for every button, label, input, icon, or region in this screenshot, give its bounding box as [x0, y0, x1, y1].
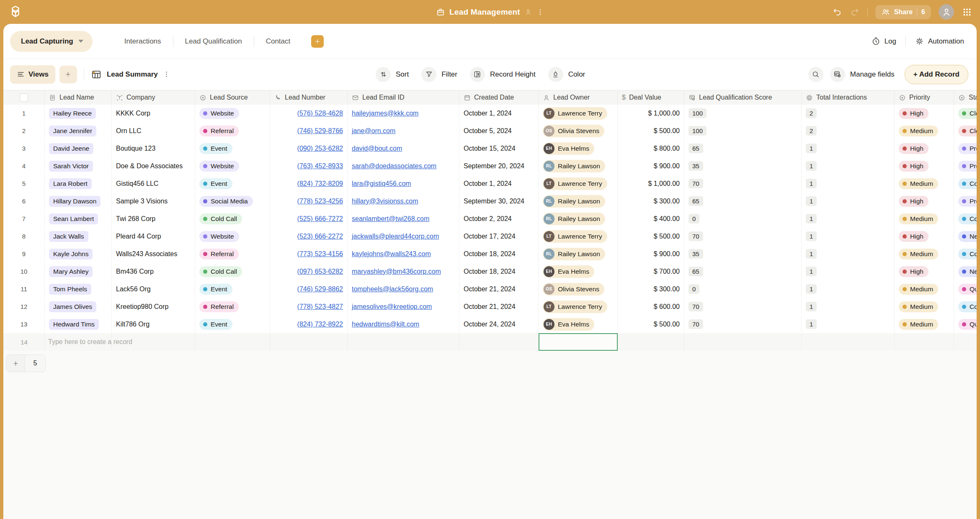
- cell-phone[interactable]: (746) 529-8862: [270, 280, 348, 298]
- cell-num[interactable]: 12: [3, 298, 45, 315]
- cell-priority[interactable]: Medium: [895, 122, 954, 139]
- record-height-button[interactable]: Record Height: [470, 67, 536, 82]
- email-link[interactable]: tompheels@lack56org.com: [352, 285, 433, 293]
- cell-source[interactable]: Cold Call: [195, 210, 270, 227]
- create-record-placeholder[interactable]: Type here to create a record: [48, 333, 132, 351]
- cell-company[interactable]: Gistiq456 LLC: [112, 175, 195, 192]
- cell-score[interactable]: 70: [684, 175, 802, 192]
- color-button[interactable]: Color: [548, 67, 585, 82]
- cell-source[interactable]: Social Media: [195, 193, 270, 210]
- cell-company[interactable]: Pleard 44 Corp: [112, 228, 195, 245]
- cell-email[interactable]: jackwalls@pleard44corp.com: [348, 228, 459, 245]
- email-link[interactable]: david@bout.com: [352, 145, 402, 152]
- cell-source[interactable]: Website: [195, 105, 270, 122]
- cell-status[interactable]: Co: [954, 210, 977, 227]
- cell-status[interactable]: Co: [954, 245, 977, 262]
- cell-deal[interactable]: $ 900.00: [618, 245, 684, 262]
- add-record-button[interactable]: + Add Record: [905, 65, 968, 84]
- cell-date[interactable]: October 1, 2024: [459, 105, 539, 122]
- cell-email[interactable]: tompheels@lack56org.com: [348, 280, 459, 298]
- cell-email[interactable]: sarah@doedassociates.com: [348, 157, 459, 175]
- column-header-name[interactable]: Lead Name: [45, 90, 112, 105]
- collaborator-icon[interactable]: [524, 8, 532, 16]
- cell-name[interactable]: Jane Jennifer: [45, 122, 112, 139]
- cell-email[interactable]: maryashley@bm436corp.com: [348, 263, 459, 280]
- cell-phone[interactable]: (523) 666-2272: [270, 228, 348, 245]
- phone-link[interactable]: (576) 528-4628: [297, 110, 343, 117]
- cell-num[interactable]: 5: [3, 175, 45, 192]
- cell-score[interactable]: 70: [684, 228, 802, 245]
- cell-phone[interactable]: (763) 452-8933: [270, 157, 348, 175]
- cell-score[interactable]: 70: [684, 298, 802, 315]
- tab-lead-capturing[interactable]: Lead Capturing: [10, 31, 93, 52]
- cell-name[interactable]: Sarah Victor: [45, 157, 112, 175]
- cell-date[interactable]: October 24, 2024: [459, 316, 539, 333]
- column-header-date[interactable]: Created Date: [459, 90, 539, 105]
- phone-link[interactable]: (090) 253-6282: [297, 145, 343, 152]
- cell-source[interactable]: Website: [195, 228, 270, 245]
- cell-num[interactable]: 3: [3, 140, 45, 157]
- cell-num[interactable]: 7: [3, 210, 45, 227]
- column-header-company[interactable]: Company: [112, 90, 195, 105]
- cell-deal[interactable]: $ 500.00: [618, 228, 684, 245]
- add-table-button[interactable]: [311, 35, 324, 48]
- cell-deal[interactable]: $ 1,000.00: [618, 105, 684, 122]
- automation-button[interactable]: Automation: [915, 37, 964, 46]
- column-header-inter[interactable]: Total Interactions: [802, 90, 895, 105]
- email-link[interactable]: hedwardtims@kilt.com: [352, 321, 419, 328]
- cell-name[interactable]: Lara Robert: [45, 175, 112, 192]
- email-link[interactable]: hillary@3visionss.com: [352, 198, 418, 205]
- cell-score[interactable]: 35: [684, 245, 802, 262]
- cell-priority[interactable]: Medium: [895, 210, 954, 227]
- phone-link[interactable]: (746) 529-8766: [297, 127, 343, 135]
- cell-name[interactable]: David Jeene: [45, 140, 112, 157]
- cell-owner[interactable]: RLRailey Lawson: [539, 193, 618, 210]
- cell-company[interactable]: Bm436 Corp: [112, 263, 195, 280]
- search-button[interactable]: [808, 67, 823, 82]
- tab-interactions[interactable]: Interactions: [113, 37, 173, 46]
- app-grid-icon[interactable]: [962, 7, 972, 18]
- filter-button[interactable]: Filter: [421, 67, 457, 82]
- cell-date[interactable]: October 17, 2024: [459, 228, 539, 245]
- cell-company[interactable]: Orn LLC: [112, 122, 195, 139]
- footer-add-record-button[interactable]: [6, 355, 25, 372]
- cell-num[interactable]: 1: [3, 105, 45, 122]
- cell-date[interactable]: October 15, 2024: [459, 140, 539, 157]
- phone-link[interactable]: (773) 523-4156: [297, 250, 343, 258]
- email-link[interactable]: jane@orn.com: [352, 127, 395, 135]
- cell-owner[interactable]: LTLawrence Terry: [539, 228, 618, 245]
- cell-owner[interactable]: RLRailey Lawson: [539, 245, 618, 262]
- cell-company[interactable]: Kreetiop980 Corp: [112, 298, 195, 315]
- manage-fields-icon[interactable]: [830, 67, 845, 82]
- cell-inter[interactable]: 1: [802, 140, 895, 157]
- phone-link[interactable]: (746) 529-8862: [297, 285, 343, 293]
- cell-status[interactable]: Pro: [954, 193, 977, 210]
- column-header-priority[interactable]: Priority: [895, 90, 954, 105]
- cell-company[interactable]: Sample 3 Visions: [112, 193, 195, 210]
- tab-contact[interactable]: Contact: [254, 37, 302, 46]
- column-header-num[interactable]: [3, 90, 45, 105]
- cell-phone[interactable]: (824) 732-8922: [270, 316, 348, 333]
- email-link[interactable]: kaylejohns@walls243.com: [352, 250, 431, 258]
- cell-owner[interactable]: LTLawrence Terry: [539, 105, 618, 122]
- cell-num[interactable]: 9: [3, 245, 45, 262]
- cell-status[interactable]: Pro: [954, 140, 977, 157]
- cell-score[interactable]: 0: [684, 280, 802, 298]
- views-button[interactable]: Views: [10, 65, 55, 84]
- cell-score[interactable]: 35: [684, 157, 802, 175]
- cell-email[interactable]: haileyjames@kkk.com: [348, 105, 459, 122]
- cell-phone[interactable]: (778) 523-4827: [270, 298, 348, 315]
- cell-date[interactable]: October 18, 2024: [459, 245, 539, 262]
- cell-name[interactable]: Hillary Dawson: [45, 193, 112, 210]
- log-button[interactable]: Log: [872, 37, 896, 46]
- cell-deal[interactable]: $ 800.00: [618, 140, 684, 157]
- cell-name[interactable]: Hedward Tims: [45, 316, 112, 333]
- redo-icon[interactable]: [850, 7, 860, 17]
- cell-status[interactable]: Co: [954, 298, 977, 315]
- cell-company[interactable]: KKKK Corp: [112, 105, 195, 122]
- cell-num[interactable]: 13: [3, 316, 45, 333]
- cell-email[interactable]: seanlambert@twi268.com: [348, 210, 459, 227]
- cell-source[interactable]: Referral: [195, 245, 270, 262]
- column-header-score[interactable]: Lead Qualification Score: [684, 90, 802, 105]
- cell-source[interactable]: Cold Call: [195, 263, 270, 280]
